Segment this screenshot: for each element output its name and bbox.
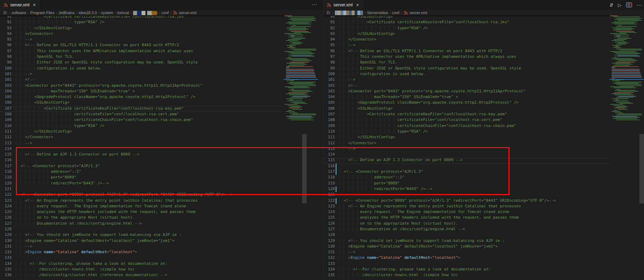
tab-server-xml-right[interactable]: server.xml ✕: [323, 0, 363, 10]
gutter[interactable]: 99: [323, 66, 339, 72]
split-editor-icon[interactable]: [626, 2, 632, 7]
code-line[interactable]: 111 </SSLHostConfig>: [323, 135, 644, 140]
gutter[interactable]: 111: [323, 135, 339, 140]
gutter[interactable]: 114: [0, 146, 16, 152]
code-line[interactable]: 93 </SSLHostConfig>: [323, 31, 644, 37]
code-line[interactable]: 132 <Engine name="Catalina" defaultHost=…: [0, 250, 323, 255]
gutter[interactable]: 124: [0, 204, 16, 209]
minimap[interactable]: [609, 16, 644, 280]
gutter[interactable]: 129: [323, 238, 339, 244]
code-line[interactable]: 123 <!-- An Engine represents the entry …: [323, 204, 644, 209]
code-line[interactable]: 95 -->: [0, 37, 323, 43]
code-line[interactable]: 105 <UpgradeProtocol className="org.apac…: [323, 100, 644, 106]
gutter[interactable]: 135: [323, 273, 339, 278]
gutter[interactable]: 126: [0, 215, 16, 221]
code-line[interactable]: 106 <SSLHostConfig>: [323, 106, 644, 112]
scrollbar[interactable]: [639, 16, 644, 280]
gutter[interactable]: 92: [0, 20, 16, 25]
breadcrumb-item[interactable]: D:: [4, 11, 7, 15]
gutter[interactable]: 119: [0, 175, 16, 181]
gutter[interactable]: 120: [0, 181, 16, 187]
gutter[interactable]: 109: [323, 123, 339, 129]
code-line[interactable]: 135 /docs/cluster-howto.html (simple how…: [0, 267, 323, 273]
gutter[interactable]: 112: [323, 141, 339, 146]
breadcrumb-item[interactable]: ServersIdea: [367, 11, 388, 15]
gutter[interactable]: 123: [0, 198, 16, 204]
code-line[interactable]: 124 every request. The Engine implementa…: [323, 209, 644, 215]
gutter[interactable]: 94: [323, 37, 339, 43]
gutter[interactable]: 122: [323, 198, 339, 204]
code-line[interactable]: 108 certificateFile="conf/localhost-rsa-…: [0, 112, 323, 117]
code-line[interactable]: 104 maxThreads="150" SSLEnabled="true" >: [323, 95, 644, 100]
code-line[interactable]: 133: [0, 255, 323, 261]
gutter[interactable]: 110: [0, 123, 16, 129]
code-line[interactable]: 134 <!--For clustering, please take a lo…: [0, 261, 323, 267]
gutter[interactable]: 107: [323, 112, 339, 117]
breadcrumb-file-item[interactable]: server.xml: [404, 11, 427, 15]
code-line[interactable]: 96 <!-- Define an SSL/TLS HTTP/1.1 Conne…: [323, 49, 644, 54]
code-line[interactable]: 125 analyzes the HTTP headers included w…: [323, 215, 644, 221]
code-line[interactable]: 99 Either JSSE or OpenSSL style configur…: [323, 66, 644, 72]
gutter[interactable]: 91: [323, 20, 339, 25]
gutter[interactable]: 105: [0, 95, 16, 100]
gutter[interactable]: 131: [323, 250, 339, 255]
code-line[interactable]: 101 -->: [323, 77, 644, 83]
gutter[interactable]: 130: [323, 244, 339, 250]
gutter[interactable]: 100: [0, 66, 16, 72]
gutter[interactable]: 130: [0, 238, 16, 244]
gutter[interactable]: 103: [323, 89, 339, 95]
code-line[interactable]: 123 <!-- An Engine represents the entry …: [0, 198, 323, 204]
gutter[interactable]: 108: [323, 117, 339, 123]
code-line[interactable]: 98 OpenSSL for TLS.: [323, 60, 644, 66]
code-line[interactable]: 102 <!--: [323, 83, 644, 89]
gutter[interactable]: 99: [0, 60, 16, 66]
breadcrumb-item[interactable]: Program Files: [30, 11, 54, 15]
gutter[interactable]: 95: [0, 37, 16, 43]
code-line[interactable]: 101 -->: [0, 72, 323, 77]
code-line[interactable]: 132 <Engine name="Catalina" defaultHost=…: [323, 255, 644, 261]
code-line[interactable]: 131 -->: [323, 250, 644, 255]
breadcrumb-item[interactable]: idea18.3.3: [79, 11, 97, 15]
more-actions-icon[interactable]: ⋯: [637, 2, 642, 8]
gutter[interactable]: 122: [0, 192, 16, 198]
breadcrumb-file-item[interactable]: server.xml: [173, 11, 196, 15]
code-line[interactable]: 99 Either JSSE or OpenSSL style configur…: [0, 60, 323, 66]
code-line[interactable]: 91 <Certificate certificateKeystoreFile=…: [323, 20, 644, 25]
gutter[interactable]: 106: [323, 106, 339, 112]
gutter[interactable]: 131: [0, 244, 16, 250]
code-line[interactable]: 92 type="RSA" />: [323, 26, 644, 31]
code-line[interactable]: 111 </SSLHostConfig>: [0, 129, 323, 135]
gutter[interactable]: 102: [323, 83, 339, 89]
gutter[interactable]: 102: [0, 77, 16, 83]
scrollbar-thumb[interactable]: [639, 134, 644, 203]
code-line[interactable]: 112 </Connector>: [323, 141, 644, 146]
code-line[interactable]: 103 <Connector port="8443" protocol="org…: [0, 83, 323, 89]
code-line[interactable]: 127 Documentation at /docs/config/engine…: [323, 227, 644, 232]
breadcrumb-item[interactable]: conf: [162, 11, 169, 15]
code-line[interactable]: 108 certificateFile="conf/localhost-rsa-…: [323, 117, 644, 123]
sync-changes-icon[interactable]: ⇵: [609, 3, 613, 7]
gutter[interactable]: 101: [0, 72, 16, 77]
code-line[interactable]: 96 <!-- Define an SSL/TLS HTTP/1.1 Conne…: [0, 43, 323, 48]
code-line[interactable]: 130 <Engine name="Catalina" defaultHost=…: [0, 238, 323, 244]
gutter[interactable]: 98: [323, 60, 339, 66]
code-line[interactable]: 135 /docs/cluster-howto.html (simple how…: [323, 273, 644, 278]
gutter[interactable]: 126: [323, 221, 339, 227]
gutter[interactable]: 97: [0, 49, 16, 54]
breadcrumb-item[interactable]: D:: [327, 11, 331, 15]
gutter[interactable]: 129: [0, 232, 16, 238]
code-line[interactable]: 122 <!-- <Connector port="8009" protocol…: [323, 198, 644, 204]
gutter[interactable]: 133: [323, 261, 339, 267]
code-line[interactable]: 104 maxThreads="150" SSLEnabled="true" >: [0, 89, 323, 95]
gutter[interactable]: 98: [0, 54, 16, 60]
tab-close-icon[interactable]: ✕: [356, 3, 359, 7]
tab-server-xml-left[interactable]: server.xml ✕: [0, 0, 40, 10]
code-line[interactable]: 112 </Connector>: [0, 135, 323, 140]
code-line[interactable]: 100 configuration is used below.: [323, 72, 644, 77]
gutter[interactable]: 115: [0, 152, 16, 158]
code-line[interactable]: 124 every request. The Engine implementa…: [0, 204, 323, 209]
code-line[interactable]: 109 certificateChainFile="conf/localhost…: [0, 117, 323, 123]
gutter[interactable]: 117: [0, 164, 16, 169]
gutter[interactable]: 133: [0, 255, 16, 261]
gutter[interactable]: 94: [0, 31, 16, 37]
